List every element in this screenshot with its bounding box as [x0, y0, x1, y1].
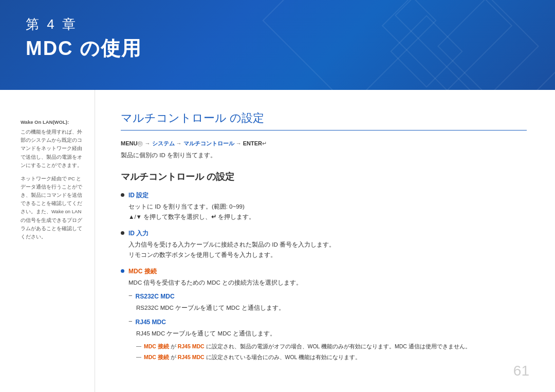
bullet-header-id-input: ID 入力 [121, 229, 527, 238]
note-line-1: ― MDC 接続 が RJ45 MDC に設定され、製品の電源がオフの場合、WO… [136, 342, 527, 350]
bullet-title-id-input: ID 入力 [128, 229, 149, 238]
content-area: Wake On LAN(WOL): この機能を使用すれば、外部のシステムから既定… [0, 90, 555, 392]
bullet-body-id-input: 入力信号を受ける入力ケーブルに接続された製品の ID 番号を入力します。 リモコ… [128, 240, 527, 260]
breadcrumb-enter: ENTER [243, 140, 262, 146]
breadcrumb: MENU㊞ → システム → マルチコントロール → ENTER↵ [121, 140, 527, 147]
note-line-2: ― MDC 接続 が RJ45 MDC に設定されている場合にのみ、WOL 機能… [136, 353, 527, 361]
sub-bullet-rs232c: − RS232C MDC RS232C MDC ケーブルを通じて MDC と通信… [128, 291, 527, 313]
breadcrumb-sep2: → [176, 140, 183, 146]
sub-bullet-header-rs232c: − RS232C MDC [128, 291, 527, 302]
header-section: 第 4 章 MDC の使用 [0, 0, 555, 90]
sub-bullet-list-mdc: − RS232C MDC RS232C MDC ケーブルを通じて MDC と通信… [128, 291, 527, 339]
page-number: 61 [513, 363, 529, 379]
sidebar-label: Wake On LAN(WOL): [21, 118, 84, 126]
sub-dash-1: − [128, 291, 133, 301]
note-rj45-mdc-2: RJ45 MDC [178, 354, 205, 360]
note-block: ― MDC 接続 が RJ45 MDC に設定され、製品の電源がオフの場合、WO… [136, 342, 527, 361]
breadcrumb-sep3: → [236, 140, 243, 146]
note-mdc-connection-2: MDC 接続 [144, 354, 169, 360]
breadcrumb-menu-icon: ㊞ [137, 140, 143, 146]
note-text-1: MDC 接続 が RJ45 MDC に設定され、製品の電源がオフの場合、WOL … [144, 342, 471, 350]
bullet-item-mdc-connection: MDC 接続 MDC 信号を受信するための MDC との接続方法を選択します。 … [121, 267, 527, 361]
main-bullet-list: ID 設定 セットに ID を割り当てます。(範囲: 0~99) ▲/▼ を押し… [121, 191, 527, 361]
bullet-body-id-setting: セットに ID を割り当てます。(範囲: 0~99) ▲/▼ を押して数字を選択… [128, 202, 527, 222]
bullet-dot-1 [121, 193, 124, 197]
bullet-dot-3 [121, 269, 124, 273]
bullet-item-id-setting: ID 設定 セットに ID を割り当てます。(範囲: 0~99) ▲/▼ を押し… [121, 191, 527, 222]
intro-text: 製品に個別の ID を割り当てます。 [121, 152, 527, 159]
page-title: MDC の使用 [26, 35, 142, 62]
breadcrumb-multicontrol: マルチコントロール [183, 140, 234, 146]
section-title: マルチコントロール の設定 [121, 110, 527, 130]
main-content: マルチコントロール の設定 MENU㊞ → システム → マルチコントロール →… [95, 90, 555, 392]
note-rj45-mdc-1: RJ45 MDC [178, 343, 205, 349]
breadcrumb-system: システム [152, 140, 175, 146]
sidebar-para-1: この機能を使用すれば、外部のシステムから既定のコマンドをネットワーク経由で送信し… [21, 128, 84, 170]
chapter-label: 第 4 章 [26, 15, 142, 33]
bullet-title-mdc: MDC 接続 [128, 267, 157, 276]
sidebar: Wake On LAN(WOL): この機能を使用すれば、外部のシステムから既定… [0, 90, 95, 392]
subsection-title: マルチコントロール の設定 [121, 171, 527, 183]
note-mdc-connection-1: MDC 接続 [144, 343, 169, 349]
sub-bullet-title-rj45: RJ45 MDC [136, 317, 166, 327]
sub-bullet-header-rj45: − RJ45 MDC [128, 317, 527, 327]
sub-bullet-rj45: − RJ45 MDC RJ45 MDC ケーブルを通じて MDC と通信します。 [128, 317, 527, 339]
note-dash-2: ― [136, 353, 141, 361]
bullet-header-mdc: MDC 接続 [121, 267, 527, 276]
bullet-title-id-setting: ID 設定 [128, 191, 149, 200]
breadcrumb-sep1: → [144, 140, 152, 146]
bullet-item-id-input: ID 入力 入力信号を受ける入力ケーブルに接続された製品の ID 番号を入力しま… [121, 229, 527, 260]
breadcrumb-enter-icon: ↵ [262, 140, 267, 146]
sub-bullet-body-rs232c: RS232C MDC ケーブルを通じて MDC と通信します。 [136, 303, 527, 312]
note-text-2: MDC 接続 が RJ45 MDC に設定されている場合にのみ、WOL 機能は有… [144, 353, 361, 361]
note-dash-1: ― [136, 342, 141, 350]
breadcrumb-menu: MENU [121, 140, 137, 146]
sub-bullet-body-rj45: RJ45 MDC ケーブルを通じて MDC と通信します。 [136, 329, 527, 338]
bullet-header-id-setting: ID 設定 [121, 191, 527, 200]
header-title-block: 第 4 章 MDC の使用 [26, 15, 142, 62]
sub-dash-2: − [128, 317, 133, 326]
bullet-body-mdc: MDC 信号を受信するための MDC との接続方法を選択します。 − RS232… [128, 278, 527, 361]
sub-bullet-title-rs232c: RS232C MDC [136, 291, 175, 302]
sidebar-content: Wake On LAN(WOL): この機能を使用すれば、外部のシステムから既定… [21, 118, 84, 241]
sidebar-para-2: ネットワーク経由で PC とデータ通信を行うことができ、製品にコマンドを送信でき… [21, 175, 84, 241]
bullet-dot-2 [121, 231, 124, 235]
